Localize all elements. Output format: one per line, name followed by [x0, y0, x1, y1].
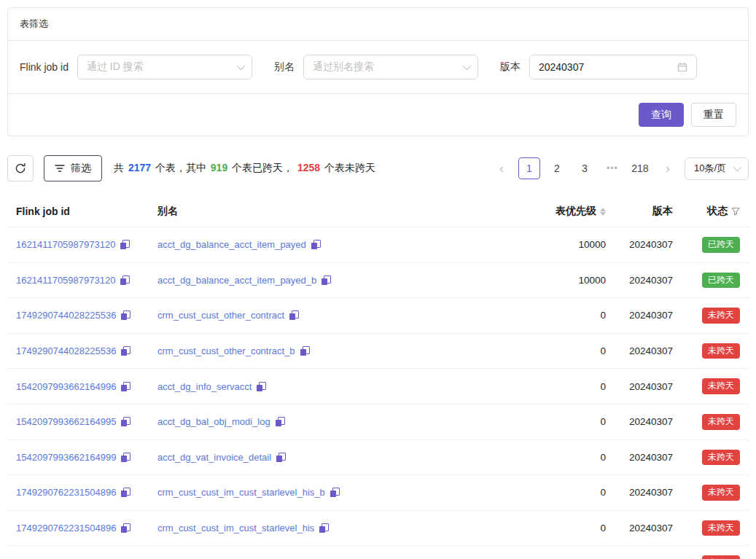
copy-icon[interactable] — [121, 382, 130, 391]
job-id-link[interactable]: 1542097993662164999 — [16, 452, 116, 463]
job-id-link[interactable]: 1542097993662164996 — [16, 381, 116, 392]
alias-link[interactable]: crm_cust_cust_other_contract_b — [157, 345, 295, 356]
table-row: 1621411705987973120 acct_dg_balance_acct… — [7, 262, 749, 298]
job-id-link[interactable]: 1749290762231504896 — [16, 487, 116, 498]
summary-uncrossed-count: 1258 — [297, 162, 320, 173]
flink-job-id-label: Flink job id — [20, 61, 69, 73]
funnel-filter-icon[interactable] — [731, 207, 740, 216]
refresh-button[interactable] — [7, 155, 34, 181]
copy-icon[interactable] — [276, 453, 286, 462]
filter-fields-row: Flink job id 通过 ID 搜索 别名 通过别名搜索 版本 20240… — [8, 41, 748, 93]
copy-icon[interactable] — [120, 240, 130, 249]
column-header-priority[interactable]: 表优先级 — [502, 198, 612, 227]
copy-icon[interactable] — [257, 382, 266, 391]
job-id-link[interactable]: 1621411705987973120 — [16, 239, 115, 250]
filter-button[interactable]: 筛选 — [44, 155, 102, 181]
reset-button[interactable]: 重置 — [691, 103, 736, 127]
page-ellipsis[interactable]: ••• — [601, 157, 623, 179]
status-badge: 未跨天 — [702, 343, 740, 359]
copy-icon[interactable] — [121, 346, 130, 356]
table-row: 1749290744028225536 crm_cust_cust_other_… — [7, 333, 749, 369]
page-button-218[interactable]: 218 — [629, 157, 651, 179]
priority-cell: 0 — [502, 510, 612, 546]
copy-icon[interactable] — [322, 275, 331, 285]
filter-lines-icon — [55, 164, 65, 173]
job-id-link[interactable]: 1749290744028225536 — [16, 310, 116, 321]
priority-cell: 0 — [502, 546, 612, 559]
version-cell: 20240307 — [612, 439, 679, 475]
version-cell: 20240307 — [612, 227, 679, 263]
status-badge: 未跨天 — [702, 450, 740, 466]
flink-job-id-select[interactable]: 通过 ID 搜索 — [77, 55, 252, 79]
filter-button-label: 筛选 — [71, 162, 91, 175]
version-cell: 20240307 — [612, 475, 679, 511]
filter-card-title: 表筛选 — [20, 18, 48, 29]
table-row: 1749290762231504896 crm_cust_cust_im_cus… — [7, 475, 749, 511]
summary-prefix: 共 — [114, 162, 127, 173]
copy-icon[interactable] — [121, 523, 130, 533]
toolbar: 筛选 共 2177 个表，其中 919 个表已跨天， 1258 个表未跨天 ‹ … — [7, 155, 749, 181]
status-badge: 未跨天 — [702, 520, 740, 536]
alias-link[interactable]: crm_cust_cust_im_cust_starlevel_his_b — [157, 487, 325, 498]
version-cell: 20240307 — [612, 404, 679, 439]
flink-job-id-placeholder: 通过 ID 搜索 — [87, 60, 144, 74]
query-button[interactable]: 查询 — [639, 103, 684, 127]
page-button-3[interactable]: 3 — [574, 157, 596, 179]
job-id-link[interactable]: 1542097993662164995 — [16, 416, 116, 427]
next-page-button[interactable]: › — [657, 157, 679, 179]
data-table: Flink job id 别名 表优先级 版本 状态 — [7, 198, 749, 559]
copy-icon[interactable] — [319, 523, 329, 533]
field-flink-job-id: Flink job id 通过 ID 搜索 — [20, 55, 252, 79]
alias-select[interactable]: 通过别名搜索 — [303, 55, 478, 79]
version-cell: 20240307 — [612, 262, 679, 298]
sort-icon[interactable] — [600, 208, 606, 216]
alias-label: 别名 — [274, 60, 295, 74]
calendar-icon — [677, 62, 687, 72]
version-date-input[interactable]: 20240307 — [529, 55, 697, 79]
job-id-link[interactable]: 1749290744028225536 — [16, 345, 116, 356]
status-badge: 未跨天 — [702, 308, 740, 324]
copy-icon[interactable] — [120, 275, 130, 285]
page-button-1[interactable]: 1 — [518, 157, 540, 179]
status-badge: 已跨天 — [702, 237, 740, 253]
priority-cell: 10000 — [502, 262, 612, 298]
table-row: 1542097993662164996 acct_dg_info_servacc… — [7, 369, 749, 404]
copy-icon[interactable] — [276, 417, 285, 426]
prev-page-button[interactable]: ‹ — [491, 157, 513, 179]
field-alias: 别名 通过别名搜索 — [274, 55, 478, 79]
summary-text: 共 2177 个表，其中 919 个表已跨天， 1258 个表未跨天 — [114, 162, 375, 175]
copy-icon[interactable] — [289, 310, 299, 320]
copy-icon[interactable] — [121, 310, 130, 320]
alias-link[interactable]: crm_cust_cust_im_cust_starlevel_his — [157, 523, 314, 533]
summary-total-count: 2177 — [128, 162, 151, 173]
job-id-link[interactable]: 1621411705987973120 — [16, 275, 115, 286]
alias-link[interactable]: acct_dg_info_servacct — [157, 381, 252, 392]
column-header-status[interactable]: 状态 — [679, 198, 749, 227]
priority-cell: 0 — [502, 475, 612, 511]
chevron-down-icon — [733, 163, 741, 171]
copy-icon[interactable] — [311, 240, 321, 249]
page-button-2[interactable]: 2 — [546, 157, 568, 179]
job-id-link[interactable]: 1749290762231504896 — [16, 523, 116, 533]
filter-actions-row: 查询 重置 — [8, 93, 748, 136]
version-value: 20240307 — [539, 61, 584, 73]
column-header-job-id: Flink job id — [7, 198, 152, 227]
copy-icon[interactable] — [121, 417, 130, 426]
table-row: 1749290744028225536 crm_cust_cust_other_… — [7, 298, 749, 334]
alias-link[interactable]: acct_dg_bal_obj_modi_log — [157, 416, 270, 427]
alias-link[interactable]: acct_dg_vat_invoice_detail — [157, 452, 271, 463]
summary-mid2: 个表已跨天， — [229, 162, 296, 173]
copy-icon[interactable] — [300, 346, 310, 356]
table-row: 1749290866069889024 acct_dg_staff_oper_l… — [7, 546, 749, 559]
refresh-icon — [15, 163, 26, 174]
alias-link[interactable]: acct_dg_balance_acct_item_payed_b — [157, 275, 316, 286]
priority-cell: 0 — [502, 369, 612, 404]
version-cell: 20240307 — [612, 333, 679, 369]
copy-icon[interactable] — [330, 488, 340, 497]
column-header-alias: 别名 — [152, 198, 502, 227]
alias-link[interactable]: acct_dg_balance_acct_item_payed — [157, 239, 306, 250]
alias-link[interactable]: crm_cust_cust_other_contract — [157, 310, 284, 321]
page-size-select[interactable]: 10条/页 — [685, 157, 749, 180]
copy-icon[interactable] — [121, 453, 130, 462]
copy-icon[interactable] — [121, 488, 130, 497]
